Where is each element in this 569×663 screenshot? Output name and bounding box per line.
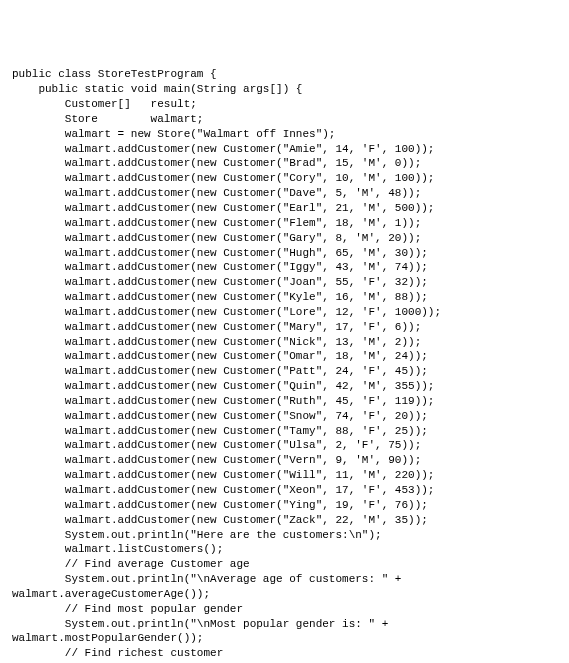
code-line: walmart.addCustomer(new Customer("Brad",… bbox=[12, 156, 557, 171]
code-line: walmart.addCustomer(new Customer("Cory",… bbox=[12, 171, 557, 186]
code-line: walmart = new Store("Walmart off Innes")… bbox=[12, 127, 557, 142]
code-line: System.out.println("\nMost popular gende… bbox=[12, 617, 557, 632]
code-line: System.out.println("\nAverage age of cus… bbox=[12, 572, 557, 587]
code-line: walmart.addCustomer(new Customer("Ying",… bbox=[12, 498, 557, 513]
code-line: walmart.addCustomer(new Customer("Quin",… bbox=[12, 379, 557, 394]
code-line: walmart.addCustomer(new Customer("Mary",… bbox=[12, 320, 557, 335]
code-line: public static void main(String args[]) { bbox=[12, 82, 557, 97]
code-line: walmart.addCustomer(new Customer("Lore",… bbox=[12, 305, 557, 320]
code-line: walmart.addCustomer(new Customer("Snow",… bbox=[12, 409, 557, 424]
code-line: Customer[] result; bbox=[12, 97, 557, 112]
code-line: walmart.addCustomer(new Customer("Ulsa",… bbox=[12, 438, 557, 453]
code-line: public class StoreTestProgram { bbox=[12, 67, 557, 82]
code-line: walmart.addCustomer(new Customer("Hugh",… bbox=[12, 246, 557, 261]
code-line: Store walmart; bbox=[12, 112, 557, 127]
code-line: walmart.addCustomer(new Customer("Will",… bbox=[12, 468, 557, 483]
code-line: System.out.println("Here are the custome… bbox=[12, 528, 557, 543]
code-line: walmart.addCustomer(new Customer("Earl",… bbox=[12, 201, 557, 216]
code-line: walmart.addCustomer(new Customer("Gary",… bbox=[12, 231, 557, 246]
code-line: walmart.addCustomer(new Customer("Patt",… bbox=[12, 364, 557, 379]
code-line: walmart.addCustomer(new Customer("Omar",… bbox=[12, 349, 557, 364]
code-line: // Find richest customer bbox=[12, 646, 557, 661]
code-line: walmart.addCustomer(new Customer("Flem",… bbox=[12, 216, 557, 231]
code-line: walmart.addCustomer(new Customer("Tamy",… bbox=[12, 424, 557, 439]
code-line: // Find average Customer age bbox=[12, 557, 557, 572]
code-line: walmart.addCustomer(new Customer("Dave",… bbox=[12, 186, 557, 201]
code-line: // Find most popular gender bbox=[12, 602, 557, 617]
code-line: walmart.mostPopularGender()); bbox=[12, 631, 557, 646]
code-line: walmart.addCustomer(new Customer("Zack",… bbox=[12, 513, 557, 528]
code-line: walmart.addCustomer(new Customer("Iggy",… bbox=[12, 260, 557, 275]
code-line: walmart.averageCustomerAge()); bbox=[12, 587, 557, 602]
java-source-code: public class StoreTestProgram { public s… bbox=[12, 67, 557, 663]
code-line: walmart.addCustomer(new Customer("Vern",… bbox=[12, 453, 557, 468]
code-line: walmart.addCustomer(new Customer("Ruth",… bbox=[12, 394, 557, 409]
code-line: walmart.listCustomers(); bbox=[12, 542, 557, 557]
code-line: walmart.addCustomer(new Customer("Xeon",… bbox=[12, 483, 557, 498]
code-line: walmart.addCustomer(new Customer("Nick",… bbox=[12, 335, 557, 350]
code-line: walmart.addCustomer(new Customer("Kyle",… bbox=[12, 290, 557, 305]
code-line: walmart.addCustomer(new Customer("Amie",… bbox=[12, 142, 557, 157]
code-line: walmart.addCustomer(new Customer("Joan",… bbox=[12, 275, 557, 290]
